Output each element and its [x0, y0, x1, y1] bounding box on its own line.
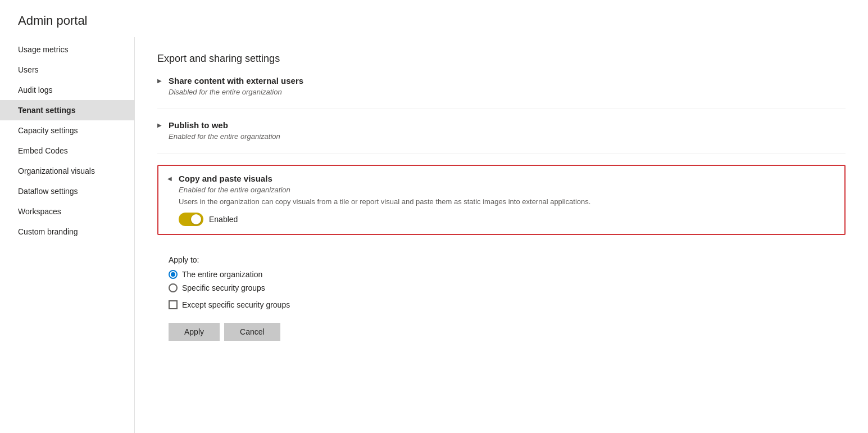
radio-specific-groups[interactable]: Specific security groups [169, 283, 846, 292]
toggle-switch[interactable] [179, 213, 203, 226]
setting-name-copy: Copy and paste visuals [179, 174, 272, 183]
sidebar-item-embed-codes[interactable]: Embed Codes [0, 141, 134, 161]
button-row: Apply Cancel [169, 323, 846, 341]
chevron-copy-icon[interactable]: ◀ [167, 175, 174, 182]
chevron-share-icon[interactable]: ▶ [157, 78, 164, 84]
apply-to-section: Apply to: The entire organization Specif… [157, 246, 846, 341]
chevron-publish-icon[interactable]: ▶ [157, 122, 164, 128]
setting-name-share: Share content with external users [169, 76, 303, 85]
checkbox-except-groups[interactable]: Except specific security groups [169, 300, 846, 309]
checkbox-label-except: Except specific security groups [182, 300, 290, 309]
sidebar-item-audit-logs[interactable]: Audit logs [0, 80, 134, 100]
setting-header-publish: ▶ Publish to web [157, 120, 846, 130]
radio-label-specific-groups: Specific security groups [182, 283, 265, 292]
setting-share-external: ▶ Share content with external users Disa… [157, 76, 846, 109]
radio-entire-org[interactable]: The entire organization [169, 270, 846, 279]
checkbox-group: Except specific security groups [169, 300, 846, 309]
sidebar-item-custom-branding[interactable]: Custom branding [0, 222, 134, 242]
toggle-container: Enabled [179, 213, 835, 226]
toggle-thumb [191, 214, 201, 224]
radio-group: The entire organization Specific securit… [169, 270, 846, 292]
sidebar-item-tenant-settings[interactable]: Tenant settings [0, 100, 134, 120]
section-title: Export and sharing settings [157, 53, 846, 65]
setting-copy-paste: ◀ Copy and paste visuals Enabled for the… [157, 165, 846, 235]
sidebar-item-workspaces[interactable]: Workspaces [0, 201, 134, 222]
setting-description-copy: Users in the organization can copy visua… [179, 197, 684, 206]
radio-circle-specific-groups [169, 283, 178, 292]
radio-label-entire-org: The entire organization [182, 270, 262, 279]
radio-circle-entire-org [169, 270, 178, 279]
sidebar-item-organizational-visuals[interactable]: Organizational visuals [0, 161, 134, 181]
toggle-label: Enabled [209, 215, 238, 224]
cancel-button[interactable]: Cancel [224, 323, 280, 341]
checkbox-box-except [169, 300, 178, 309]
setting-subtitle-copy: Enabled for the entire organization [179, 186, 835, 194]
setting-publish-web: ▶ Publish to web Enabled for the entire … [157, 120, 846, 154]
sidebar-item-usage-metrics[interactable]: Usage metrics [0, 39, 134, 60]
apply-to-label: Apply to: [169, 255, 846, 264]
sidebar-item-dataflow-settings[interactable]: Dataflow settings [0, 181, 134, 201]
main-layout: Usage metrics Users Audit logs Tenant se… [0, 37, 868, 433]
setting-name-publish: Publish to web [169, 120, 228, 130]
sidebar-item-users[interactable]: Users [0, 60, 134, 80]
toggle-track [179, 213, 203, 226]
app-container: Admin portal Usage metrics Users Audit l… [0, 0, 868, 433]
radio-dot-entire-org [171, 272, 175, 277]
content-area: Export and sharing settings ▶ Share cont… [135, 37, 868, 433]
setting-header-copy: ◀ Copy and paste visuals [167, 174, 835, 183]
setting-header-share: ▶ Share content with external users [157, 76, 846, 85]
page-title: Admin portal [0, 0, 868, 37]
setting-subtitle-share: Disabled for the entire organization [169, 88, 846, 96]
sidebar: Usage metrics Users Audit logs Tenant se… [0, 37, 135, 433]
sidebar-item-capacity-settings[interactable]: Capacity settings [0, 120, 134, 141]
setting-subtitle-publish: Enabled for the entire organization [169, 132, 846, 141]
apply-button[interactable]: Apply [169, 323, 220, 341]
